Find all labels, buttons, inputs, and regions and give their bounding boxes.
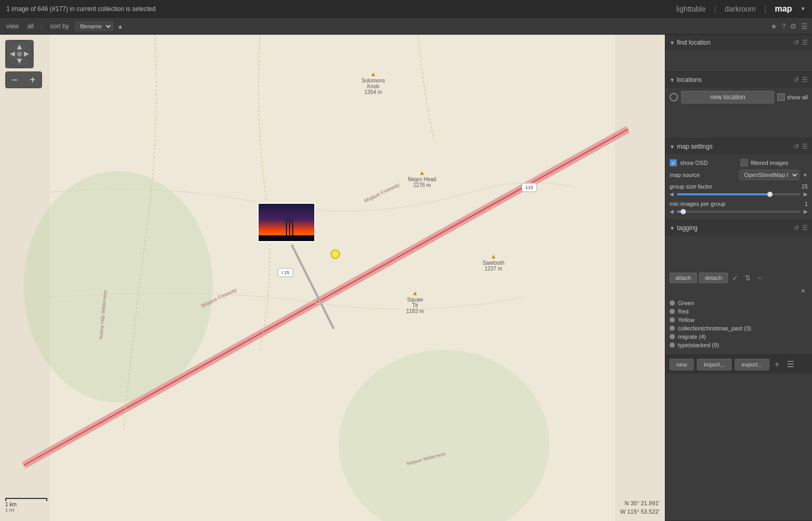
sort-asc-icon[interactable]: ▲ xyxy=(117,23,123,29)
tagging-settings-icon[interactable]: ☰ xyxy=(802,224,808,232)
tag-yellow-label: Yellow xyxy=(678,317,694,323)
tag-stacked-label: type|stacked (9) xyxy=(678,342,719,348)
map-source-dropdown-icon: ▼ xyxy=(803,172,808,178)
tag-close-button[interactable]: ✕ xyxy=(798,286,808,296)
tag-item-christmas[interactable]: collection|christmas_past (3) xyxy=(670,324,808,332)
attach-button[interactable]: attach xyxy=(670,273,697,283)
group-size-min-icon: ◀ xyxy=(670,191,674,197)
detach-button[interactable]: detach xyxy=(699,273,728,283)
tag-item-red[interactable]: Red xyxy=(670,307,808,316)
min-images-value: 1 xyxy=(805,201,808,207)
svg-rect-24 xyxy=(289,218,290,235)
tagging-section: ▼ tagging ↺ ☰ attach detach ✓ ⇅ − xyxy=(665,220,812,521)
map-photo-thumbnail[interactable]: 12 xyxy=(258,203,315,242)
tag-list: Green Red Yellow collection|christmas_pa… xyxy=(670,297,808,351)
nav-darkroom[interactable]: darkroom xyxy=(725,5,756,13)
filtered-images-checkbox[interactable] xyxy=(741,159,748,166)
svg-text:I 15: I 15 xyxy=(281,270,289,275)
show-all-checkbox[interactable] xyxy=(777,93,785,101)
min-images-label: min images per group xyxy=(670,201,801,207)
pan-control[interactable] xyxy=(5,40,34,68)
map-source-label: map source xyxy=(670,172,736,178)
tag-item-migrate[interactable]: migrate (4) xyxy=(670,332,808,341)
tag-migrate-label: migrate (4) xyxy=(678,334,706,340)
right-panel: ▼ find location ↺ ☰ ▼ locations ↺ ☰ xyxy=(665,35,812,521)
filtered-images-label: filtered images xyxy=(751,160,808,166)
min-images-slider-row: ◀ ▶ xyxy=(670,209,808,216)
svg-rect-22 xyxy=(259,235,315,242)
tagging-collapse: ▼ xyxy=(670,225,675,231)
show-osd-checkbox[interactable]: ✓ xyxy=(670,159,677,166)
zoom-control[interactable]: − + xyxy=(5,71,42,88)
tagging-header[interactable]: ▼ tagging ↺ ☰ xyxy=(665,220,812,236)
zoom-in-btn[interactable]: + xyxy=(25,72,40,88)
location-radio[interactable] xyxy=(670,93,678,101)
find-location-section: ▼ find location ↺ ☰ xyxy=(665,35,812,72)
map-controls: − + xyxy=(5,40,42,88)
status-title: 1 image of 646 (#177) in current collect… xyxy=(6,5,156,13)
help-icon[interactable]: ? xyxy=(782,22,786,30)
svg-rect-25 xyxy=(292,221,293,235)
find-location-reset-icon[interactable]: ↺ xyxy=(794,39,799,46)
tag-split-icon[interactable]: ⇅ xyxy=(743,273,753,283)
svg-rect-23 xyxy=(286,220,287,235)
map-area[interactable]: 115 I 15 Mojave Freeway Mojave Freeway H… xyxy=(0,35,665,521)
find-location-header[interactable]: ▼ find location ↺ ☰ xyxy=(665,35,812,50)
settings-icon[interactable]: ⚙ xyxy=(790,22,797,30)
tag-item-stacked[interactable]: type|stacked (9) xyxy=(670,341,808,349)
nav-lighttable[interactable]: lighttable xyxy=(676,5,706,13)
locations-header[interactable]: ▼ locations ↺ ☰ xyxy=(665,72,812,88)
add-icon[interactable]: + xyxy=(773,359,782,370)
sort-by-select[interactable]: filename xyxy=(75,22,113,31)
map-settings-content: ✓ show OSD filtered images map source Op… xyxy=(665,154,812,220)
svg-point-20 xyxy=(17,51,22,57)
locations-settings-icon[interactable]: ☰ xyxy=(802,76,808,84)
map-source-row: map source OpenStreetMap I ▼ xyxy=(670,168,808,182)
star-icon[interactable]: ★ xyxy=(770,22,777,30)
map-settings-reset-icon[interactable]: ↺ xyxy=(794,143,799,150)
tagging-reset-icon[interactable]: ↺ xyxy=(794,224,799,232)
map-settings-title: map settings xyxy=(677,143,794,150)
group-size-slider-track[interactable] xyxy=(677,193,800,195)
nav-dropdown-icon[interactable]: ▼ xyxy=(800,6,806,12)
all-button[interactable]: all xyxy=(25,22,36,31)
new-button[interactable]: new xyxy=(670,359,694,370)
tag-item-yellow[interactable]: Yellow xyxy=(670,316,808,324)
locations-reset-icon[interactable]: ↺ xyxy=(794,76,799,84)
zoom-out-btn[interactable]: − xyxy=(7,72,22,88)
import-button[interactable]: import... xyxy=(697,359,732,370)
svg-point-10 xyxy=(331,250,340,258)
map-settings-settings-icon[interactable]: ☰ xyxy=(802,143,808,150)
menu-icon[interactable]: ☰ xyxy=(785,358,796,370)
tag-item-green[interactable]: Green xyxy=(670,299,808,307)
tag-close-row: ✕ xyxy=(670,285,808,297)
map-settings-section: ▼ map settings ↺ ☰ ✓ show OSD filtered i… xyxy=(665,139,812,220)
tagging-buttons-row: attach detach ✓ ⇅ − xyxy=(670,270,808,285)
group-size-slider-thumb[interactable] xyxy=(767,192,773,197)
tag-christmas-label: collection|christmas_past (3) xyxy=(678,325,751,331)
scale-bar: 1 km 1 mi xyxy=(5,497,47,513)
locations-section: ▼ locations ↺ ☰ new location show all xyxy=(665,72,812,139)
presets-icon[interactable]: ☰ xyxy=(801,22,808,30)
map-settings-header[interactable]: ▼ map settings ↺ ☰ xyxy=(665,139,812,154)
svg-point-28 xyxy=(290,219,294,222)
tag-check-icon[interactable]: ✓ xyxy=(730,273,741,283)
svg-point-1 xyxy=(24,171,213,402)
export-button[interactable]: export... xyxy=(735,359,769,370)
min-images-max-icon: ▶ xyxy=(804,209,808,214)
find-location-settings-icon[interactable]: ☰ xyxy=(802,39,808,46)
min-images-slider-thumb[interactable] xyxy=(681,209,686,214)
new-location-button[interactable]: new location xyxy=(681,91,774,103)
min-images-row: min images per group 1 xyxy=(670,199,808,209)
toolbar-sep: | xyxy=(41,23,43,30)
map-settings-collapse: ▼ xyxy=(670,144,675,150)
group-size-row: group size factor 15 xyxy=(670,182,808,191)
tag-minus-icon[interactable]: − xyxy=(755,273,764,283)
min-images-slider-track[interactable] xyxy=(677,211,800,213)
map-coordinates: N 35° 21.991' W 115° 53.522' xyxy=(620,499,660,516)
nav-map[interactable]: map xyxy=(775,4,792,14)
tagging-title: tagging xyxy=(677,224,794,232)
new-location-row: new location show all xyxy=(665,88,812,107)
view-button[interactable]: view xyxy=(4,22,21,31)
map-source-select[interactable]: OpenStreetMap I xyxy=(739,170,799,180)
